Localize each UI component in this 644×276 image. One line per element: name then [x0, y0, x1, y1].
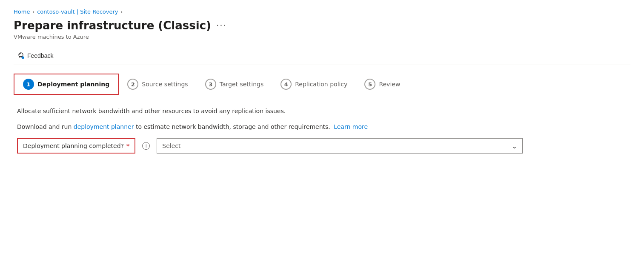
- breadcrumb-sep-2: ›: [121, 9, 123, 15]
- step-circle-1: 1: [23, 79, 34, 90]
- tab-label-1: Deployment planning: [37, 81, 109, 88]
- page-container: Home › contoso-vault | Site Recovery › P…: [0, 0, 644, 167]
- form-row: Deployment planning completed? * i Selec…: [17, 138, 627, 154]
- tab-review[interactable]: 5 Review: [356, 74, 409, 94]
- tab-label-3: Target settings: [220, 81, 264, 88]
- page-title: Prepare infrastructure (Classic): [14, 19, 211, 32]
- feedback-icon: ↑: [17, 52, 25, 60]
- description-2: Download and run deployment planner to e…: [17, 122, 627, 131]
- deployment-planning-select[interactable]: Select ⌄: [157, 138, 523, 154]
- step-circle-4: 4: [280, 79, 292, 90]
- step-circle-2: 2: [127, 79, 138, 90]
- description-2-prefix: Download and run: [17, 123, 74, 130]
- step-circle-3: 3: [205, 79, 216, 90]
- more-options-icon[interactable]: ···: [216, 20, 227, 31]
- form-label-container: Deployment planning completed? *: [17, 138, 135, 154]
- info-icon[interactable]: i: [142, 142, 150, 150]
- required-indicator: *: [126, 142, 129, 149]
- description-1: Allocate sufficient network bandwidth an…: [17, 107, 627, 116]
- select-placeholder: Select: [162, 142, 180, 149]
- learn-more-link[interactable]: Learn more: [334, 123, 368, 130]
- tab-replication-policy[interactable]: 4 Replication policy: [272, 74, 356, 94]
- form-label: Deployment planning completed?: [23, 142, 124, 149]
- tab-label-2: Source settings: [142, 81, 188, 88]
- feedback-button[interactable]: ↑ Feedback: [14, 50, 57, 61]
- wizard-tabs: 1 Deployment planning 2 Source settings …: [14, 74, 630, 95]
- step-circle-5: 5: [364, 79, 375, 90]
- breadcrumb-sep-1: ›: [32, 9, 34, 15]
- description-2-suffix: to estimate network bandwidth, storage a…: [134, 123, 330, 130]
- tab-label-4: Replication policy: [295, 81, 347, 88]
- tab-source-settings[interactable]: 2 Source settings: [119, 74, 196, 94]
- feedback-label: Feedback: [27, 52, 53, 59]
- toolbar: ↑ Feedback: [14, 47, 630, 65]
- tab-deployment-planning[interactable]: 1 Deployment planning: [14, 74, 119, 95]
- breadcrumb-home[interactable]: Home: [14, 9, 30, 15]
- page-header: Prepare infrastructure (Classic) ···: [14, 19, 630, 32]
- breadcrumb: Home › contoso-vault | Site Recovery ›: [14, 9, 630, 15]
- page-subtitle: VMware machines to Azure: [14, 34, 630, 40]
- breadcrumb-vault[interactable]: contoso-vault | Site Recovery: [37, 9, 118, 15]
- tab-target-settings[interactable]: 3 Target settings: [197, 74, 272, 94]
- content-area: Allocate sufficient network bandwidth an…: [14, 107, 630, 154]
- chevron-down-icon: ⌄: [512, 142, 517, 150]
- deployment-planner-link[interactable]: deployment planner: [74, 123, 134, 130]
- tab-label-5: Review: [379, 81, 400, 88]
- svg-text:↑: ↑: [22, 57, 23, 59]
